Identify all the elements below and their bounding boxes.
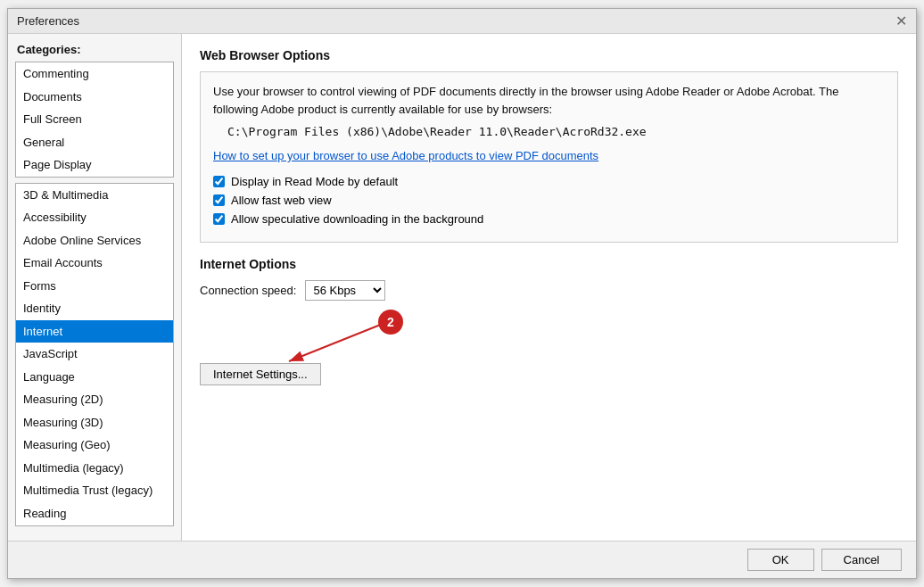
checkbox-speculative: Allow speculative downloading in the bac… (213, 212, 885, 226)
sidebar-item-multimedia[interactable]: Multimedia (legacy) (16, 457, 173, 480)
sidebar-item-3d[interactable]: 3D & Multimedia (16, 184, 173, 207)
sidebar-item-internet[interactable]: Internet (16, 320, 173, 343)
connection-speed-select[interactable]: 56 Kbps 128 Kbps 256 Kbps 512 Kbps 1 Mbp… (305, 280, 385, 301)
sidebar-item-identity[interactable]: Identity (16, 297, 173, 320)
svg-line-1 (289, 322, 387, 361)
sidebar: Categories: Commenting Documents Full Sc… (8, 34, 182, 541)
checkbox-speculative-input[interactable] (213, 213, 225, 225)
web-browser-options-title: Web Browser Options (200, 48, 898, 62)
description-text: Use your browser to control viewing of P… (213, 83, 885, 118)
browser-setup-link[interactable]: How to set up your browser to use Adobe … (213, 149, 598, 162)
sidebar-item-forms[interactable]: Forms (16, 275, 173, 298)
sidebar-item-language[interactable]: Language (16, 366, 173, 389)
sidebar-item-fullscreen[interactable]: Full Screen (16, 108, 173, 131)
categories-label: Categories: (8, 43, 181, 62)
sidebar-item-multimediatrust[interactable]: Multimedia Trust (legacy) (16, 479, 173, 502)
sidebar-item-measuring3d[interactable]: Measuring (3D) (16, 411, 173, 434)
sidebar-item-adobeonline[interactable]: Adobe Online Services (16, 229, 173, 252)
internet-options-title: Internet Options (200, 257, 898, 271)
checkbox-readmode-label: Display in Read Mode by default (231, 175, 398, 188)
preferences-dialog: Preferences ✕ Categories: Commenting Doc… (7, 8, 917, 579)
sidebar-top-section: Commenting Documents Full Screen General… (15, 62, 174, 178)
dialog-body: Categories: Commenting Documents Full Sc… (8, 34, 916, 541)
checkbox-fastweb-label: Allow fast web view (231, 194, 332, 207)
main-content: 1 Web Browser Options Use your browser t… (182, 34, 916, 541)
ok-button[interactable]: OK (747, 549, 814, 571)
title-bar: Preferences ✕ (8, 9, 916, 34)
dialog-title: Preferences (17, 14, 79, 28)
sidebar-bottom-section: 3D & Multimedia Accessibility Adobe Onli… (15, 183, 174, 527)
checkbox-speculative-label: Allow speculative downloading in the bac… (231, 212, 483, 226)
sidebar-item-accessibility[interactable]: Accessibility (16, 206, 173, 229)
close-button[interactable]: ✕ (895, 14, 907, 29)
connection-speed-label: Connection speed: (200, 284, 296, 297)
internet-settings-button[interactable]: Internet Settings... (200, 363, 321, 385)
annotation-2: 2 (378, 310, 403, 335)
sidebar-item-reading[interactable]: Reading (16, 502, 173, 525)
file-path: C:\Program Files (x86)\Adobe\Reader 11.0… (227, 125, 885, 138)
checkbox-readmode-input[interactable] (213, 176, 225, 187)
sidebar-item-general[interactable]: General (16, 131, 173, 154)
checkbox-fastweb: Allow fast web view (213, 194, 885, 207)
sidebar-item-measuring2d[interactable]: Measuring (2D) (16, 388, 173, 411)
dialog-footer: OK Cancel (8, 541, 916, 578)
browser-options-box: Use your browser to control viewing of P… (200, 71, 898, 243)
sidebar-item-reviewing[interactable]: Reviewing (16, 525, 173, 526)
sidebar-item-commenting[interactable]: Commenting (16, 62, 173, 86)
sidebar-item-emailaccounts[interactable]: Email Accounts (16, 252, 173, 275)
checkbox-readmode: Display in Read Mode by default (213, 175, 885, 188)
sidebar-item-javascript[interactable]: JavaScript (16, 343, 173, 366)
sidebar-item-pagedisplay[interactable]: Page Display (16, 153, 173, 177)
sidebar-item-documents[interactable]: Documents (16, 86, 173, 109)
internet-options-section: Internet Options Connection speed: 56 Kb… (200, 257, 898, 385)
checkbox-fastweb-input[interactable] (213, 194, 225, 206)
sidebar-item-measuringgeo[interactable]: Measuring (Geo) (16, 434, 173, 457)
connection-speed-row: Connection speed: 56 Kbps 128 Kbps 256 K… (200, 280, 898, 301)
cancel-button[interactable]: Cancel (821, 549, 902, 571)
